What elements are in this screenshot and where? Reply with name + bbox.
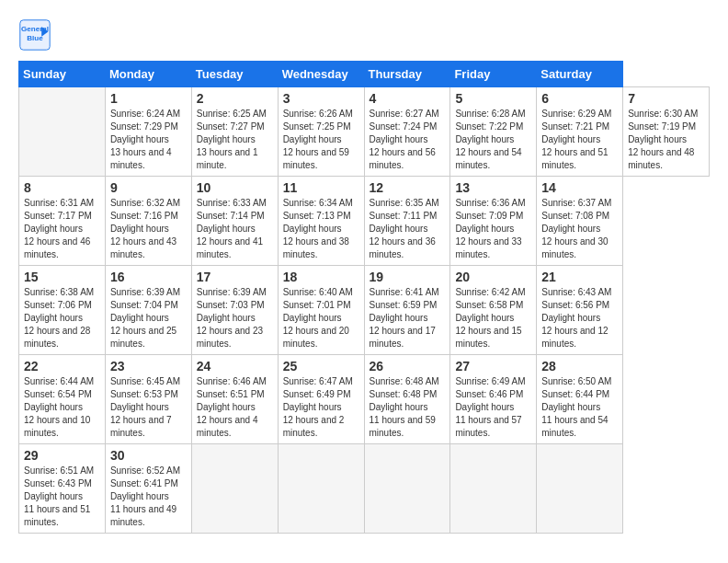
day-number: 28 — [541, 359, 618, 373]
weekday-header-thursday: Thursday — [364, 62, 450, 87]
calendar-cell: 7Sunrise: 6:30 AMSunset: 7:19 PMDaylight… — [623, 87, 710, 177]
day-number: 23 — [110, 359, 187, 373]
day-info: Sunrise: 6:33 AMSunset: 7:14 PMDaylight … — [197, 197, 273, 261]
calendar-cell — [278, 444, 364, 534]
day-number: 21 — [541, 270, 618, 284]
calendar-week-1: 8Sunrise: 6:31 AMSunset: 7:17 PMDaylight… — [19, 177, 710, 266]
calendar-week-4: 29Sunrise: 6:51 AMSunset: 6:43 PMDayligh… — [19, 444, 710, 534]
calendar-cell — [364, 444, 450, 534]
calendar-cell: 6Sunrise: 6:29 AMSunset: 7:21 PMDaylight… — [537, 87, 623, 177]
day-info: Sunrise: 6:25 AMSunset: 7:27 PMDaylight … — [197, 108, 273, 172]
day-info: Sunrise: 6:45 AMSunset: 6:53 PMDaylight … — [110, 375, 187, 440]
calendar-week-0: 1Sunrise: 6:24 AMSunset: 7:29 PMDaylight… — [19, 87, 710, 177]
day-number: 18 — [283, 270, 359, 284]
day-number: 29 — [24, 448, 100, 463]
weekday-header-row: SundayMondayTuesdayWednesdayThursdayFrid… — [19, 62, 710, 87]
day-number: 3 — [283, 91, 359, 106]
calendar-cell: 8Sunrise: 6:31 AMSunset: 7:17 PMDaylight… — [19, 177, 106, 266]
day-number: 17 — [197, 270, 273, 284]
day-info: Sunrise: 6:52 AMSunset: 6:41 PMDaylight … — [110, 465, 187, 529]
calendar-cell — [537, 444, 623, 534]
day-info: Sunrise: 6:28 AMSunset: 7:22 PMDaylight … — [455, 108, 531, 172]
day-info: Sunrise: 6:42 AMSunset: 6:58 PMDaylight … — [455, 286, 531, 350]
day-number: 16 — [110, 270, 187, 284]
day-number: 12 — [370, 180, 446, 195]
day-info: Sunrise: 6:41 AMSunset: 6:59 PMDaylight … — [370, 286, 446, 350]
logo-icon: General Blue — [18, 18, 51, 52]
day-info: Sunrise: 6:50 AMSunset: 6:44 PMDaylight … — [541, 375, 618, 440]
calendar-cell: 15Sunrise: 6:38 AMSunset: 7:06 PMDayligh… — [19, 266, 106, 355]
day-info: Sunrise: 6:49 AMSunset: 6:46 PMDaylight … — [455, 375, 531, 440]
day-info: Sunrise: 6:43 AMSunset: 6:56 PMDaylight … — [541, 286, 618, 350]
day-number: 22 — [24, 359, 100, 373]
calendar-cell: 30Sunrise: 6:52 AMSunset: 6:41 PMDayligh… — [105, 444, 191, 534]
calendar-week-3: 22Sunrise: 6:44 AMSunset: 6:54 PMDayligh… — [19, 355, 710, 444]
day-number: 1 — [110, 91, 187, 106]
calendar-cell: 2Sunrise: 6:25 AMSunset: 7:27 PMDaylight… — [191, 87, 278, 177]
calendar-cell — [450, 444, 537, 534]
logo: General Blue — [18, 18, 57, 52]
weekday-header-wednesday: Wednesday — [278, 62, 364, 87]
calendar-cell: 22Sunrise: 6:44 AMSunset: 6:54 PMDayligh… — [19, 355, 106, 444]
calendar-cell: 21Sunrise: 6:43 AMSunset: 6:56 PMDayligh… — [537, 266, 623, 355]
weekday-header-saturday: Saturday — [537, 62, 623, 87]
day-info: Sunrise: 6:29 AMSunset: 7:21 PMDaylight … — [541, 108, 618, 172]
day-info: Sunrise: 6:46 AMSunset: 6:51 PMDaylight … — [197, 375, 273, 440]
calendar-cell: 24Sunrise: 6:46 AMSunset: 6:51 PMDayligh… — [191, 355, 278, 444]
weekday-header-monday: Monday — [105, 62, 191, 87]
calendar-cell: 19Sunrise: 6:41 AMSunset: 6:59 PMDayligh… — [364, 266, 450, 355]
calendar-cell: 13Sunrise: 6:36 AMSunset: 7:09 PMDayligh… — [450, 177, 537, 266]
calendar-cell: 12Sunrise: 6:35 AMSunset: 7:11 PMDayligh… — [364, 177, 450, 266]
calendar-cell — [191, 444, 278, 534]
day-info: Sunrise: 6:38 AMSunset: 7:06 PMDaylight … — [24, 286, 100, 350]
day-info: Sunrise: 6:24 AMSunset: 7:29 PMDaylight … — [110, 108, 187, 172]
calendar-cell: 14Sunrise: 6:37 AMSunset: 7:08 PMDayligh… — [537, 177, 623, 266]
day-number: 4 — [370, 91, 446, 106]
day-info: Sunrise: 6:39 AMSunset: 7:03 PMDaylight … — [197, 286, 273, 350]
day-number: 11 — [283, 180, 359, 195]
calendar-cell: 11Sunrise: 6:34 AMSunset: 7:13 PMDayligh… — [278, 177, 364, 266]
calendar-cell: 4Sunrise: 6:27 AMSunset: 7:24 PMDaylight… — [364, 87, 450, 177]
day-number: 30 — [110, 448, 187, 463]
day-number: 25 — [283, 359, 359, 373]
day-info: Sunrise: 6:27 AMSunset: 7:24 PMDaylight … — [370, 108, 446, 172]
day-number: 26 — [370, 359, 446, 373]
weekday-header-sunday: Sunday — [19, 62, 106, 87]
day-info: Sunrise: 6:30 AMSunset: 7:19 PMDaylight … — [628, 108, 704, 172]
calendar-cell: 26Sunrise: 6:48 AMSunset: 6:48 PMDayligh… — [364, 355, 450, 444]
day-info: Sunrise: 6:51 AMSunset: 6:43 PMDaylight … — [24, 465, 100, 529]
day-number: 27 — [455, 359, 531, 373]
day-number: 14 — [541, 180, 618, 195]
day-number: 13 — [455, 180, 531, 195]
calendar-week-2: 15Sunrise: 6:38 AMSunset: 7:06 PMDayligh… — [19, 266, 710, 355]
calendar-table: SundayMondayTuesdayWednesdayThursdayFrid… — [18, 61, 710, 534]
calendar-cell-empty — [19, 87, 106, 177]
day-info: Sunrise: 6:36 AMSunset: 7:09 PMDaylight … — [455, 197, 531, 261]
calendar-cell: 25Sunrise: 6:47 AMSunset: 6:49 PMDayligh… — [278, 355, 364, 444]
calendar-cell: 5Sunrise: 6:28 AMSunset: 7:22 PMDaylight… — [450, 87, 537, 177]
day-info: Sunrise: 6:34 AMSunset: 7:13 PMDaylight … — [283, 197, 359, 261]
day-info: Sunrise: 6:44 AMSunset: 6:54 PMDaylight … — [24, 375, 100, 440]
calendar-cell: 28Sunrise: 6:50 AMSunset: 6:44 PMDayligh… — [537, 355, 623, 444]
weekday-header-tuesday: Tuesday — [191, 62, 278, 87]
calendar-cell: 9Sunrise: 6:32 AMSunset: 7:16 PMDaylight… — [105, 177, 191, 266]
calendar-cell: 27Sunrise: 6:49 AMSunset: 6:46 PMDayligh… — [450, 355, 537, 444]
day-info: Sunrise: 6:26 AMSunset: 7:25 PMDaylight … — [283, 108, 359, 172]
calendar-cell: 23Sunrise: 6:45 AMSunset: 6:53 PMDayligh… — [105, 355, 191, 444]
day-number: 24 — [197, 359, 273, 373]
calendar-cell: 29Sunrise: 6:51 AMSunset: 6:43 PMDayligh… — [19, 444, 106, 534]
day-info: Sunrise: 6:32 AMSunset: 7:16 PMDaylight … — [110, 197, 187, 261]
svg-text:Blue: Blue — [27, 34, 43, 42]
day-info: Sunrise: 6:37 AMSunset: 7:08 PMDaylight … — [541, 197, 618, 261]
day-number: 5 — [455, 91, 531, 106]
calendar-cell: 3Sunrise: 6:26 AMSunset: 7:25 PMDaylight… — [278, 87, 364, 177]
page-header: General Blue — [18, 18, 710, 52]
calendar-cell: 10Sunrise: 6:33 AMSunset: 7:14 PMDayligh… — [191, 177, 278, 266]
day-number: 2 — [197, 91, 273, 106]
day-info: Sunrise: 6:35 AMSunset: 7:11 PMDaylight … — [370, 197, 446, 261]
day-number: 7 — [628, 91, 704, 106]
weekday-header-friday: Friday — [450, 62, 537, 87]
calendar-cell: 18Sunrise: 6:40 AMSunset: 7:01 PMDayligh… — [278, 266, 364, 355]
day-info: Sunrise: 6:39 AMSunset: 7:04 PMDaylight … — [110, 286, 187, 350]
calendar-cell: 20Sunrise: 6:42 AMSunset: 6:58 PMDayligh… — [450, 266, 537, 355]
